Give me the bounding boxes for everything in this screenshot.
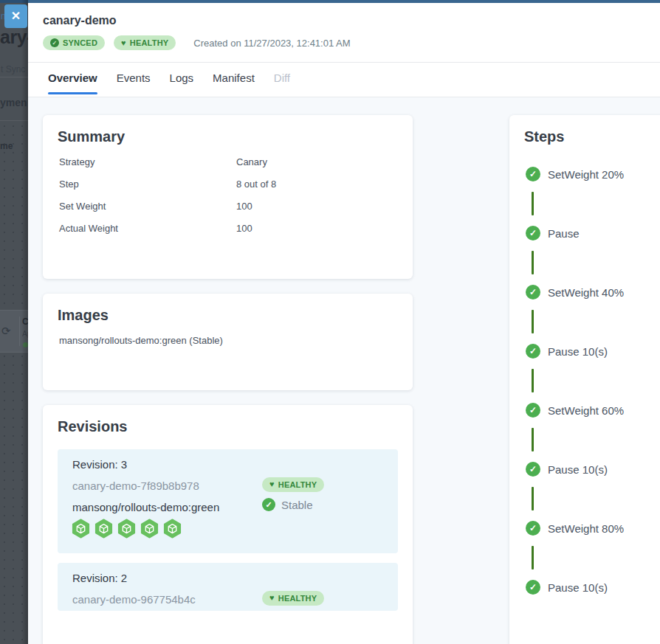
status-badge-row: ✓SYNCED♥HEALTHY Created on 11/27/2023, 1… bbox=[43, 35, 351, 50]
pod-cube-icon bbox=[140, 519, 159, 539]
background-divider bbox=[0, 77, 28, 77]
images-card-title: Images bbox=[58, 307, 109, 324]
step-check-icon: ✓ bbox=[526, 403, 540, 418]
step-item: ✓Pause 10(s) bbox=[526, 344, 608, 359]
step-item: ✓SetWeight 80% bbox=[526, 521, 624, 536]
revision-label: Revision: 2 bbox=[72, 572, 127, 584]
step-item: ✓SetWeight 20% bbox=[526, 167, 624, 181]
step-connector-line bbox=[532, 487, 534, 510]
revision-name: canary-demo-7f89b8b978 bbox=[72, 479, 199, 492]
pod-cube-icon bbox=[162, 519, 182, 539]
pod-cube-icon bbox=[117, 519, 137, 539]
status-badge-label: HEALTHY bbox=[130, 38, 169, 47]
tab-events[interactable]: Events bbox=[117, 72, 151, 94]
header-divider bbox=[28, 62, 660, 63]
summary-row: StrategyCanary bbox=[59, 150, 398, 173]
background-top-bar bbox=[0, 0, 28, 3]
step-item: ✓SetWeight 40% bbox=[526, 285, 624, 300]
steps-card-title: Steps bbox=[524, 128, 564, 145]
revision-health: ♥HEALTHY bbox=[262, 477, 324, 492]
step-label: Pause 10(s) bbox=[548, 463, 608, 476]
step-label: SetWeight 20% bbox=[548, 168, 624, 181]
status-badge-healthy: ♥HEALTHY bbox=[262, 477, 324, 492]
status-badge-label: SYNCED bbox=[63, 38, 97, 47]
step-item: ✓Pause 10(s) bbox=[526, 462, 608, 477]
background-resource-node-card: ⟳ Ca Ap bbox=[0, 310, 28, 353]
page-title: canary-demo bbox=[43, 14, 117, 27]
pod-cube-icon bbox=[71, 519, 91, 539]
revision-status: ✓Stable bbox=[262, 498, 313, 511]
step-check-icon: ✓ bbox=[526, 344, 540, 359]
node-health-dot-icon bbox=[23, 342, 28, 347]
status-badge-healthy: ♥HEALTHY bbox=[262, 591, 324, 606]
tab-bar: OverviewEventsLogsManifestDiff bbox=[48, 72, 290, 94]
step-check-icon: ✓ bbox=[526, 226, 540, 240]
step-label: SetWeight 80% bbox=[548, 522, 624, 535]
tab-diff[interactable]: Diff bbox=[274, 72, 290, 94]
summary-row: Actual Weight100 bbox=[59, 217, 398, 239]
screen: nt:soft ary- t Sync ymen me ⟳ Ca Ap ✕ ca… bbox=[0, 0, 660, 644]
summary-row-value: Canary bbox=[236, 156, 267, 167]
node-title-fragment: Ca bbox=[22, 316, 28, 327]
status-badge-healthy: ♥HEALTHY bbox=[114, 35, 176, 50]
summary-card-title: Summary bbox=[58, 128, 125, 145]
step-check-icon: ✓ bbox=[526, 580, 540, 595]
step-label: Pause bbox=[548, 227, 580, 240]
status-badge-label: HEALTHY bbox=[278, 594, 317, 603]
rollout-details-panel: canary-demo ✓SYNCED♥HEALTHY Created on 1… bbox=[28, 0, 660, 644]
step-item: ✓SetWeight 60% bbox=[526, 403, 624, 418]
tab-overview[interactable]: Overview bbox=[48, 72, 97, 94]
step-label: Pause 10(s) bbox=[548, 345, 608, 358]
step-item: ✓Pause 10(s) bbox=[526, 580, 608, 595]
summary-rows: StrategyCanaryStep8 out of 8Set Weight10… bbox=[59, 150, 398, 239]
summary-row-label: Actual Weight bbox=[59, 223, 236, 234]
pod-cube-icon bbox=[94, 519, 114, 539]
background-sync-status-fragment: t Sync bbox=[1, 64, 25, 75]
summary-row-label: Set Weight bbox=[59, 201, 236, 212]
revision-block: Revision: 3canary-demo-7f89b8b978♥HEALTH… bbox=[58, 449, 398, 553]
overview-tab-content: Summary StrategyCanaryStep8 out of 8Set … bbox=[28, 97, 660, 644]
step-connector-line bbox=[532, 310, 534, 333]
step-check-icon: ✓ bbox=[526, 285, 540, 300]
step-connector-line bbox=[532, 251, 534, 274]
summary-row-label: Step bbox=[59, 179, 236, 190]
revision-image: mansong/rollouts-demo:green bbox=[72, 501, 219, 513]
summary-row-value: 8 out of 8 bbox=[236, 179, 276, 190]
sync-arrows-icon: ⟳ bbox=[1, 325, 11, 338]
summary-row: Step8 out of 8 bbox=[59, 173, 398, 195]
step-label: SetWeight 60% bbox=[548, 404, 624, 417]
summary-row-value: 100 bbox=[236, 223, 252, 234]
background-divider bbox=[0, 120, 28, 121]
step-item: ✓Pause bbox=[526, 226, 580, 240]
background-table-header-fragment: me bbox=[0, 141, 13, 151]
step-check-icon: ✓ bbox=[526, 167, 540, 181]
step-check-icon: ✓ bbox=[526, 521, 540, 536]
created-timestamp: Created on 11/27/2023, 12:41:01 AM bbox=[193, 38, 350, 49]
revision-label: Revision: 3 bbox=[72, 458, 127, 471]
node-subtitle-fragment: Ap bbox=[22, 330, 28, 338]
resource-graph-dots bbox=[0, 122, 28, 644]
step-connector-line bbox=[532, 369, 534, 392]
heart-icon: ♥ bbox=[269, 480, 275, 488]
step-label: Pause 10(s) bbox=[548, 581, 608, 594]
step-connector-line bbox=[532, 192, 534, 215]
check-circle-icon: ✓ bbox=[262, 498, 275, 511]
close-icon: ✕ bbox=[11, 10, 21, 22]
close-panel-button[interactable]: ✕ bbox=[4, 4, 27, 28]
check-circle-icon: ✓ bbox=[50, 38, 59, 47]
tab-logs[interactable]: Logs bbox=[170, 72, 194, 94]
node-card-divider bbox=[19, 316, 20, 346]
image-item: mansong/rollouts-demo:green (Stable) bbox=[59, 335, 223, 346]
background-app-title-fragment: ary- bbox=[0, 27, 28, 48]
heart-icon: ♥ bbox=[121, 39, 126, 47]
revision-health: ♥HEALTHY bbox=[262, 590, 324, 606]
panel-accent-bar bbox=[28, 0, 660, 3]
tab-manifest[interactable]: Manifest bbox=[213, 72, 255, 94]
summary-row-value: 100 bbox=[236, 201, 252, 212]
summary-row: Set Weight100 bbox=[59, 195, 398, 217]
summary-card: Summary StrategyCanaryStep8 out of 8Set … bbox=[43, 115, 413, 279]
revisions-card: Revisions Revision: 3canary-demo-7f89b8b… bbox=[43, 405, 413, 644]
revision-block: Revision: 2canary-demo-967754b4c♥HEALTHY bbox=[58, 563, 398, 611]
pod-icons-row bbox=[71, 519, 182, 539]
status-badge-label: HEALTHY bbox=[278, 480, 317, 489]
